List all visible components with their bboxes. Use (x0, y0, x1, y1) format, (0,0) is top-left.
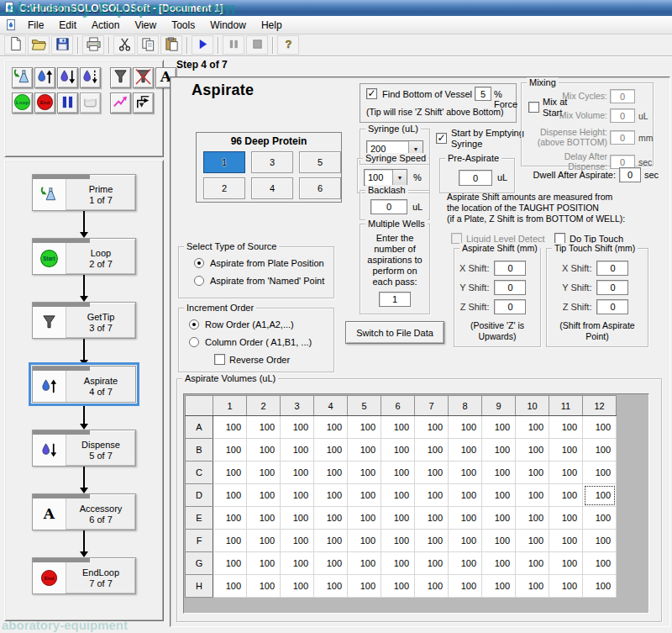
volume-cell-C6[interactable]: 100 (381, 462, 415, 484)
palette-dispense-button[interactable] (57, 67, 78, 88)
volume-cell-B2[interactable]: 100 (247, 439, 281, 462)
plate-position-5[interactable]: 5 (299, 151, 341, 173)
volume-cell-E9[interactable]: 100 (482, 507, 516, 530)
volume-cell-C4[interactable]: 100 (314, 462, 348, 484)
menu-window[interactable]: Window (202, 18, 254, 33)
volume-cell-B11[interactable]: 100 (549, 439, 583, 462)
volume-cell-F10[interactable]: 100 (516, 530, 549, 552)
dwell-input[interactable]: 0 (619, 167, 641, 182)
volume-cell-D2[interactable]: 100 (247, 484, 281, 507)
shift-value-input[interactable]: 0 (494, 299, 526, 314)
volume-cell-H9[interactable]: 100 (482, 575, 516, 598)
volume-cell-C11[interactable]: 100 (549, 462, 583, 484)
volume-cell-E1[interactable]: 100 (213, 507, 247, 530)
toolbar-copy-button[interactable] (137, 35, 159, 55)
volume-cell-E12[interactable]: 100 (583, 507, 617, 530)
volume-cell-D4[interactable]: 100 (314, 484, 348, 507)
volume-cell-B6[interactable]: 100 (381, 439, 415, 462)
volume-cell-G5[interactable]: 100 (348, 552, 381, 575)
volume-cell-B5[interactable]: 100 (348, 439, 381, 462)
backlash-input[interactable]: 0 (370, 199, 407, 214)
step-gettip[interactable]: GetTip3 of 7 (32, 302, 136, 339)
volume-cell-G9[interactable]: 100 (482, 552, 516, 575)
volume-cell-H3[interactable]: 100 (281, 575, 314, 598)
menu-help[interactable]: Help (254, 18, 290, 33)
volume-cell-F2[interactable]: 100 (247, 530, 281, 552)
option-aspirate-from-plate-position[interactable]: Aspirate from Plate Position (194, 258, 324, 268)
toolbar-save-button[interactable] (51, 35, 73, 55)
volume-cell-A7[interactable]: 100 (415, 416, 449, 439)
palette-move-button[interactable] (110, 92, 131, 113)
volume-cell-B3[interactable]: 100 (281, 439, 314, 462)
step-aspirate[interactable]: Aspirate4 of 7 (32, 366, 136, 403)
volume-cell-B4[interactable]: 100 (314, 439, 348, 462)
step-endloop[interactable]: EndEndLoop7 of 7 (32, 557, 136, 594)
step-prime[interactable]: Prime1 of 7 (32, 174, 136, 211)
find-bottom-checkbox[interactable] (366, 88, 377, 99)
dropdown-arrow-icon[interactable] (392, 170, 407, 185)
volume-cell-A10[interactable]: 100 (516, 416, 549, 439)
plate-position-3[interactable]: 3 (251, 151, 293, 173)
volume-cell-G11[interactable]: 100 (549, 552, 583, 575)
toolbar-help-button[interactable]: ? (277, 35, 299, 55)
step-dispense[interactable]: Dispense5 of 7 (32, 430, 136, 467)
step-accessory[interactable]: AAccessory6 of 7 (32, 493, 136, 530)
palette-aspirate-button[interactable] (34, 67, 55, 88)
volume-cell-G3[interactable]: 100 (281, 552, 314, 575)
option-aspirate-from-named-point[interactable]: Aspirate from 'Named' Point (194, 276, 324, 286)
volume-cell-C10[interactable]: 100 (516, 462, 549, 484)
volume-cell-A4[interactable]: 100 (314, 416, 348, 439)
volume-cell-A12[interactable]: 100 (583, 416, 617, 439)
volume-cell-D11[interactable]: 100 (549, 484, 583, 507)
volume-cell-F4[interactable]: 100 (314, 530, 348, 552)
volume-cell-H7[interactable]: 100 (415, 575, 449, 598)
volume-cell-F1[interactable]: 100 (213, 530, 247, 552)
volume-cell-H2[interactable]: 100 (247, 575, 281, 598)
volume-cell-C2[interactable]: 100 (247, 462, 281, 484)
syringe-speed-dropdown[interactable]: 100 (364, 169, 407, 186)
toolbar-pause-button[interactable] (223, 35, 244, 55)
pre-aspirate-input[interactable]: 0 (459, 170, 492, 186)
volume-cell-E7[interactable]: 100 (415, 507, 449, 530)
menu-tools[interactable]: Tools (164, 18, 202, 33)
plate-position-6[interactable]: 6 (299, 177, 341, 199)
option-column-order-a1-b1[interactable]: Column Order ( A1,B1, ...) (189, 337, 312, 347)
volume-cell-D6[interactable]: 100 (381, 484, 415, 507)
volume-cell-F6[interactable]: 100 (381, 530, 415, 552)
shift-value-input[interactable]: 0 (494, 261, 526, 276)
mixing-value-input[interactable]: 0 (610, 89, 635, 103)
volume-cell-H6[interactable]: 100 (381, 575, 415, 598)
volume-cell-F11[interactable]: 100 (549, 530, 583, 552)
toolbar-print-button[interactable] (82, 35, 104, 55)
volume-cell-D10[interactable]: 100 (516, 484, 549, 507)
shift-value-input[interactable]: 0 (596, 261, 628, 276)
menu-file[interactable]: File (20, 18, 51, 33)
volume-cell-G2[interactable]: 100 (247, 552, 281, 575)
volume-cell-F7[interactable]: 100 (415, 530, 449, 552)
volume-cell-D12[interactable]: 100 (583, 484, 617, 507)
palette-get-tip-button[interactable] (110, 67, 131, 88)
volume-cell-B9[interactable]: 100 (482, 439, 516, 462)
volume-cell-E6[interactable]: 100 (381, 507, 415, 530)
volume-cell-H4[interactable]: 100 (314, 575, 348, 598)
palette-multi-dispense-button[interactable] (80, 67, 101, 88)
mixing-value-input[interactable]: 0 (610, 130, 635, 145)
volume-cell-F5[interactable]: 100 (348, 530, 381, 552)
volume-cell-B12[interactable]: 100 (583, 439, 617, 462)
volume-cell-A5[interactable]: 100 (348, 416, 381, 439)
plate-position-1[interactable]: 1 (203, 151, 245, 173)
volume-cell-H8[interactable]: 100 (449, 575, 482, 598)
palette-wash-button[interactable] (80, 92, 101, 113)
volume-cell-C3[interactable]: 100 (281, 462, 314, 484)
toolbar-run-button[interactable] (192, 35, 213, 55)
volume-cell-E3[interactable]: 100 (281, 507, 314, 530)
volume-cell-F9[interactable]: 100 (482, 530, 516, 552)
shift-value-input[interactable]: 0 (494, 280, 526, 295)
force-input[interactable]: 5 (475, 87, 491, 101)
volume-cell-E4[interactable]: 100 (314, 507, 348, 530)
volume-cell-G7[interactable]: 100 (415, 552, 449, 575)
volume-cell-C9[interactable]: 100 (482, 462, 516, 484)
toolbar-stop-button[interactable] (246, 35, 268, 55)
palette-pause-bars-button[interactable] (57, 92, 78, 113)
volume-cell-F3[interactable]: 100 (281, 530, 314, 552)
